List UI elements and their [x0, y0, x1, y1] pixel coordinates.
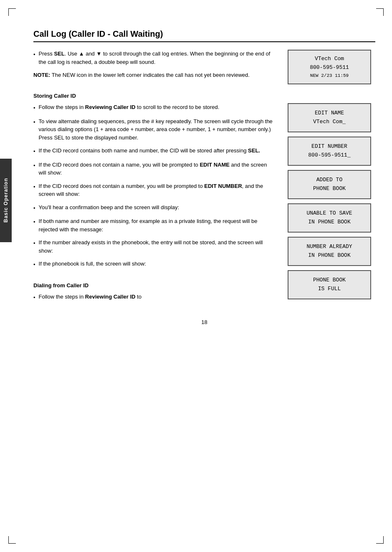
- bullet-text-s2: To view alternate dialing sequences, pre…: [39, 117, 275, 142]
- lcd-phone-book-full: PHONE BOOK IS FULL: [288, 270, 371, 299]
- arrow-up-1: ▲: [79, 51, 84, 57]
- lcd-full-l2: IS FULL: [318, 285, 341, 294]
- lcd-added-l1: ADDED TO: [316, 176, 342, 185]
- lcd-unable-l2: IN PHONE BOOK: [308, 218, 350, 227]
- bullet-dot-s1: •: [33, 104, 35, 112]
- storing-heading: Storing Caller ID: [33, 93, 375, 99]
- corner-mark-tl: [8, 8, 16, 16]
- reviewing-bold-1: Reviewing Caller ID: [85, 104, 136, 110]
- note-label: NOTE:: [33, 72, 50, 78]
- storing-left: • Follow the steps in Reviewing Caller I…: [33, 103, 275, 306]
- bullet-dot-s9: •: [33, 261, 35, 269]
- bullet-dot-s3: •: [33, 147, 35, 156]
- bullet-dot-s2: •: [33, 118, 35, 142]
- bullet-storing-8: • If the number already exists in the ph…: [33, 238, 275, 255]
- edit-number-bold: EDIT NUMBER: [204, 183, 242, 189]
- lcd-edit-number-l1: EDIT NUMBER: [311, 142, 347, 151]
- bullet-dot-s6: •: [33, 204, 35, 213]
- lcd-top-line2: 800-595-9511: [310, 63, 349, 72]
- corner-mark-br: [376, 536, 384, 544]
- bullet-dot-1: •: [33, 51, 35, 66]
- lcd-unable-to-save: UNABLE TO SAVE IN PHONE BOOK: [288, 203, 371, 233]
- dialing-heading: Dialing from Caller ID: [33, 282, 275, 289]
- lcd-unable-l1: UNABLE TO SAVE: [306, 209, 352, 218]
- lcd-screen-top: VTech Com 800-595-9511 NEW 2/23 11:59: [288, 50, 371, 84]
- bullet-storing-4: • If the CID record does not contain a n…: [33, 161, 275, 177]
- bullet-text-s9: If the phonebook is full, the screen wil…: [39, 260, 275, 269]
- bullet-dot-s8: •: [33, 239, 35, 255]
- main-content: Call Log (Caller ID - Call Waiting) • Pr…: [33, 13, 375, 325]
- corner-mark-tr: [376, 8, 384, 16]
- bullet-dialing-1: • Follow the steps in Reviewing Caller I…: [33, 293, 275, 302]
- top-right: VTech Com 800-595-9511 NEW 2/23 11:59: [283, 50, 375, 84]
- lcd-added-to: ADDED TO PHONE BOOK: [288, 170, 371, 199]
- right-screens: EDIT NAME VTech Com_ EDIT NUMBER 800-595…: [283, 103, 375, 299]
- note-text: The NEW icon in the lower left corner in…: [52, 72, 250, 78]
- corner-mark-bl: [8, 536, 16, 544]
- storing-right: EDIT NAME VTech Com_ EDIT NUMBER 800-595…: [283, 103, 375, 306]
- bullet-text-s6: You'll hear a confirmation beep and the …: [39, 203, 275, 213]
- lcd-full-l1: PHONE BOOK: [313, 276, 346, 285]
- lcd-edit-name: EDIT NAME VTech Com_: [288, 103, 371, 132]
- bullet-text-s3: If the CID record contains both name and…: [39, 147, 275, 156]
- bullet-dot-s4: •: [33, 162, 35, 177]
- lcd-top-line1: VTech Com: [315, 55, 344, 63]
- lcd-added-l2: PHONE BOOK: [313, 185, 346, 193]
- bullet-text-s8: If the number already exists in the phon…: [39, 238, 275, 255]
- lcd-num-already-l2: IN PHONE BOOK: [308, 251, 350, 260]
- side-tab: Basic Operation: [0, 159, 12, 242]
- bullet-storing-7: • If both name and number are missing, f…: [33, 217, 275, 233]
- bullet-item-1: • Press SEL. Use ▲ and ▼ to scroll throu…: [33, 50, 275, 66]
- page-number: 18: [33, 319, 375, 325]
- edit-name-bold: EDIT NAME: [200, 162, 230, 168]
- bullet-text-s1: Follow the steps in Reviewing Caller ID …: [39, 103, 275, 112]
- bullet-storing-3: • If the CID record contains both name a…: [33, 147, 275, 156]
- side-tab-label: Basic Operation: [3, 178, 9, 223]
- page-title: Call Log (Caller ID - Call Waiting): [33, 29, 375, 42]
- reviewing-bold-d1: Reviewing Caller ID: [85, 294, 136, 300]
- page: Basic Operation Call Log (Caller ID - Ca…: [0, 0, 392, 552]
- bullet-storing-6: • You'll hear a confirmation beep and th…: [33, 203, 275, 213]
- bullet-dot-d1: •: [33, 294, 35, 302]
- lcd-edit-number: EDIT NUMBER 800-595-9511_: [288, 137, 371, 166]
- bullet-storing-5: • If the CID record does not contain a n…: [33, 182, 275, 198]
- bullet-dot-s7: •: [33, 218, 35, 233]
- lcd-edit-name-l1: EDIT NAME: [315, 109, 344, 118]
- lcd-num-already-l1: NUMBER ALREADY: [306, 243, 352, 251]
- bullet-text-s4: If the CID record does not contain a nam…: [39, 161, 275, 177]
- bullet-dot-s5: •: [33, 183, 35, 198]
- bullet-storing-1: • Follow the steps in Reviewing Caller I…: [33, 103, 275, 112]
- lcd-number-already: NUMBER ALREADY IN PHONE BOOK: [288, 237, 371, 266]
- bullet-text-d1: Follow the steps in Reviewing Caller ID …: [39, 293, 275, 302]
- bullet-text-1: Press SEL. Use ▲ and ▼ to scroll through…: [39, 50, 275, 66]
- top-left: • Press SEL. Use ▲ and ▼ to scroll throu…: [33, 50, 275, 84]
- top-layout: • Press SEL. Use ▲ and ▼ to scroll throu…: [33, 50, 375, 84]
- storing-layout: • Follow the steps in Reviewing Caller I…: [33, 103, 375, 306]
- sel-bold-1: SEL: [54, 51, 64, 57]
- lcd-edit-number-l2: 800-595-9511_: [308, 151, 350, 160]
- sel-bold-s3: SEL.: [248, 147, 260, 154]
- lcd-top-line3: NEW 2/23 11:59: [310, 72, 349, 80]
- lcd-edit-name-l2: VTech Com_: [313, 118, 346, 127]
- bullet-storing-9: • If the phonebook is full, the screen w…: [33, 260, 275, 269]
- bullet-storing-2: • To view alternate dialing sequences, p…: [33, 117, 275, 142]
- arrow-down-1: ▼: [96, 51, 101, 57]
- note-block: NOTE: The NEW icon in the lower left cor…: [33, 71, 275, 79]
- bullet-text-s7: If both name and number are missing, for…: [39, 217, 275, 233]
- bullet-text-s5: If the CID record does not contain a num…: [39, 182, 275, 198]
